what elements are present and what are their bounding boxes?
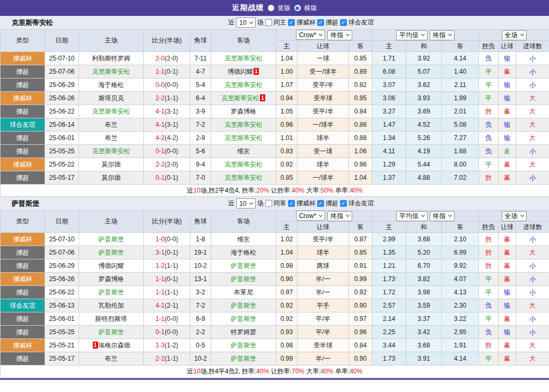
col-header-date: 日期 (45, 30, 79, 52)
recent-count-select[interactable]: 10 (236, 18, 255, 28)
eu-home-odds: 1.21 (372, 259, 406, 273)
ah-home-odds: 1.07 (276, 79, 298, 92)
league-top-label[interactable]: 挪超 (326, 18, 338, 27)
home-team: 布兰 (79, 132, 144, 145)
final-odds-select-2[interactable]: 终指 (430, 30, 455, 40)
same-home-label[interactable]: 同主 (274, 18, 286, 27)
summary-segment: 40% (350, 368, 362, 375)
league-friendly-checkbox[interactable]: ✓ (340, 19, 347, 26)
average-odds-select[interactable]: 平均值 (396, 211, 428, 221)
bookmaker-select[interactable]: Crow* (296, 30, 326, 40)
ah-home-odds: 0.85 (276, 171, 298, 185)
summary-segment: 单率: (334, 187, 350, 194)
team-band: 克里斯蒂安松 近 10 场 同主 ✓ 挪威杯 ✓ 挪超 ✓ 球会友谊 (0, 16, 549, 29)
eu-draw-odds: 3.92 (406, 52, 442, 65)
ah-away-odds: 0.86 (349, 118, 372, 132)
corner-count: 7-11 (190, 52, 211, 65)
league-friendly-label[interactable]: 球会友谊 (348, 199, 374, 208)
corner-count: 6-9 (190, 312, 211, 326)
chevron-down-icon (346, 32, 350, 36)
result-handicap: 赢 (499, 158, 516, 171)
col-header-corner: 角球 (190, 30, 211, 52)
handicap-line: 半/一 (298, 352, 349, 365)
scope-select[interactable]: 全场 (502, 211, 527, 221)
league-top-label[interactable]: 挪超 (326, 199, 338, 208)
home-team: 腓特烈斯塔 (79, 312, 144, 326)
same-away-label[interactable]: 同客 (274, 199, 286, 208)
league-top-checkbox[interactable]: ✓ (317, 19, 324, 26)
league-friendly-checkbox[interactable]: ✓ (340, 200, 347, 207)
result-wdl: 平 (479, 158, 499, 171)
recent-count-select[interactable]: 10 (236, 198, 255, 208)
asian-odds-group: Crow*终指 (276, 30, 372, 41)
eu-draw-odds: 5.26 (406, 132, 442, 145)
sub-header: 主 (372, 41, 406, 52)
red-card-badge: 1 (260, 94, 265, 101)
result-wdl: 负 (479, 52, 499, 65)
radio-horizontal-label[interactable]: 横版 (304, 4, 317, 13)
match-row: 挪威杯25-07-10利勒斯特罗姆2-0(2-0)7-11克里斯蒂安松1.04一… (1, 52, 549, 65)
same-home-checkbox[interactable] (265, 19, 272, 26)
eu-draw-odds: 3.68 (406, 339, 442, 352)
result-wdl: 胜 (479, 246, 499, 259)
result-goals: 小 (516, 312, 549, 326)
same-away-checkbox[interactable] (265, 200, 272, 207)
sub-header: 主 (276, 222, 298, 233)
summary-segment: 10 (194, 368, 201, 375)
home-team: 博德闪耀 (79, 259, 144, 273)
eu-away-odds: 2.30 (442, 299, 479, 312)
away-team: 维京 (211, 233, 276, 246)
league-friendly-label[interactable]: 球会友谊 (348, 18, 374, 27)
corner-count: 9-4 (190, 158, 211, 171)
league-cup-checkbox[interactable]: ✓ (288, 19, 295, 26)
handicap-line: 受平/半 (298, 79, 349, 92)
chevron-down-icon (448, 213, 452, 217)
eu-draw-odds: 5.44 (406, 158, 442, 171)
match-row: 挪超25-06-01布兰4-2(4-2)2-9克里斯蒂安松1.01球半0.881… (1, 132, 549, 145)
eu-home-odds: 1.73 (372, 273, 406, 286)
eu-home-odds: 1.72 (372, 286, 406, 299)
final-odds-select[interactable]: 终指 (327, 211, 352, 221)
league-cup-label[interactable]: 挪威杯 (297, 199, 316, 208)
eu-draw-odds: 3.69 (406, 105, 442, 118)
score: 4-2(4-2) (144, 132, 190, 145)
handicap-line: 一/球半 (298, 118, 349, 132)
score: 1-1(0-0) (144, 312, 190, 326)
score: 4-1(3-1) (144, 105, 190, 118)
competition-badge: 挪超 (1, 79, 45, 92)
sub-header: 客 (442, 41, 479, 52)
eu-away-odds: 2.11 (442, 79, 479, 92)
eu-draw-odds: 4.88 (406, 171, 442, 185)
results-table: 类型 日期 主场 比分(半场) 角球 客场 Crow*终指 平均值终指 全场 主… (0, 29, 549, 197)
match-date: 25-06-22 (45, 286, 79, 299)
games-label: 场 (257, 199, 264, 208)
eu-draw-odds: 5.07 (406, 65, 442, 79)
radio-vertical-layout[interactable] (268, 5, 274, 11)
competition-badge: 挪威杯 (1, 158, 45, 171)
match-date: 25-06-22 (45, 105, 79, 118)
radio-horizontal-layout[interactable] (294, 5, 301, 11)
competition-badge: 挪超 (1, 132, 45, 145)
scope-select[interactable]: 全场 (502, 30, 527, 40)
final-odds-select[interactable]: 终指 (327, 30, 352, 40)
eu-away-odds: 8.00 (442, 158, 479, 171)
average-odds-select[interactable]: 平均值 (396, 30, 428, 40)
radio-vertical-label[interactable]: 竖版 (278, 4, 291, 13)
final-odds-select-2[interactable]: 终指 (430, 211, 455, 221)
eu-draw-odds: 3.91 (406, 352, 442, 365)
score: 0-1(0-0) (144, 145, 190, 158)
result-handicap: 输 (499, 79, 516, 92)
league-top-checkbox[interactable]: ✓ (317, 200, 324, 207)
league-cup-label[interactable]: 挪威杯 (297, 18, 316, 27)
sub-header: 让球 (298, 41, 349, 52)
league-cup-checkbox[interactable]: ✓ (288, 200, 295, 207)
competition-badge: 球会友谊 (1, 299, 45, 312)
match-date: 25-07-10 (45, 52, 79, 65)
summary-segment: 让胜率: (269, 187, 292, 194)
bookmaker-select[interactable]: Crow* (296, 211, 326, 221)
match-date: 25-07-10 (45, 233, 79, 246)
summary-segment: 让胜率: (269, 368, 292, 375)
handicap-line: 两球 (298, 259, 349, 273)
col-header-score: 比分(半场) (144, 211, 190, 233)
result-goals: 小 (516, 286, 549, 299)
